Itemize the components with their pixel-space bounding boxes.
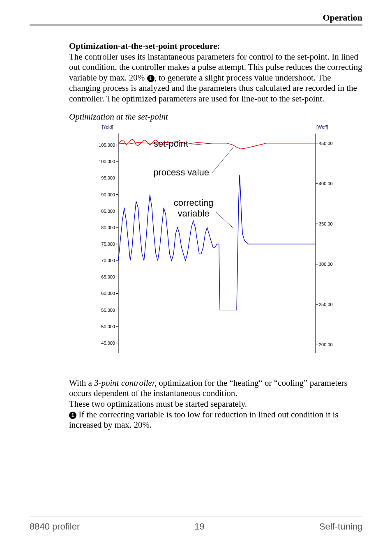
svg-line-45	[212, 147, 233, 173]
paragraph-separate: These two optimizations must be started …	[69, 399, 362, 410]
footer-left: 8840 profiler	[30, 521, 80, 532]
svg-text:process value: process value	[153, 167, 209, 177]
page-content: Optimization-at-the-set-point procedure:…	[69, 41, 362, 431]
svg-text:60.000: 60.000	[101, 291, 115, 296]
paragraph-3pt: With a 3-point controller, optimization …	[69, 378, 362, 399]
svg-text:400.00: 400.00	[319, 181, 333, 186]
svg-line-43	[191, 143, 212, 145]
figure-caption: Optimization at the set-point	[69, 112, 362, 122]
procedure-paragraph: The controller uses its instantaneous pa…	[69, 52, 362, 104]
svg-text:250.00: 250.00	[319, 302, 333, 307]
footer-right: Self-tuning	[319, 521, 362, 532]
svg-text:105.000: 105.000	[99, 143, 115, 147]
page-footer: 8840 profiler 19 Self-tuning	[30, 516, 362, 532]
callout-1-icon: 1	[147, 75, 154, 82]
svg-text:65.000: 65.000	[101, 275, 115, 280]
section-title: Operation	[323, 12, 362, 24]
svg-line-48	[216, 212, 233, 228]
svg-text:45.000: 45.000	[101, 341, 115, 345]
chart-figure: 45.00050.00055.00060.00065.00070.00075.0…	[89, 123, 362, 364]
chart-svg: 45.00050.00055.00060.00065.00070.00075.0…	[89, 123, 339, 361]
svg-text:[Weff]: [Weff]	[316, 124, 328, 129]
svg-text:200.00: 200.00	[319, 343, 333, 348]
svg-text:95.000: 95.000	[101, 176, 115, 181]
procedure-heading: Optimization-at-the-set-point procedure:	[69, 41, 362, 52]
svg-text:450.00: 450.00	[319, 141, 333, 146]
svg-text:75.000: 75.000	[101, 242, 115, 246]
footer-page-number: 19	[194, 521, 204, 532]
svg-text:90.000: 90.000	[101, 192, 115, 197]
note-1-text: If the correcting variable is too low fo…	[69, 410, 338, 430]
svg-text:variable: variable	[178, 208, 209, 219]
svg-text:85.000: 85.000	[101, 209, 115, 214]
svg-text:55.000: 55.000	[101, 308, 115, 313]
svg-text:[Ypid]: [Ypid]	[102, 124, 113, 129]
svg-text:correcting: correcting	[174, 198, 214, 208]
callout-1-icon: 1	[69, 412, 76, 419]
svg-text:70.000: 70.000	[101, 258, 115, 263]
para2-a: With a	[69, 378, 94, 388]
svg-text:300.00: 300.00	[319, 262, 333, 267]
svg-text:80.000: 80.000	[101, 225, 115, 230]
page-header: Operation	[30, 12, 362, 26]
para2-b-italic: 3-point controller,	[94, 378, 157, 388]
note-1: 1 If the correcting variable is too low …	[69, 410, 362, 431]
svg-text:100.000: 100.000	[99, 159, 115, 164]
svg-text:50.000: 50.000	[101, 324, 115, 329]
svg-text:set-point: set-point	[154, 138, 188, 149]
svg-text:350.00: 350.00	[319, 221, 333, 226]
